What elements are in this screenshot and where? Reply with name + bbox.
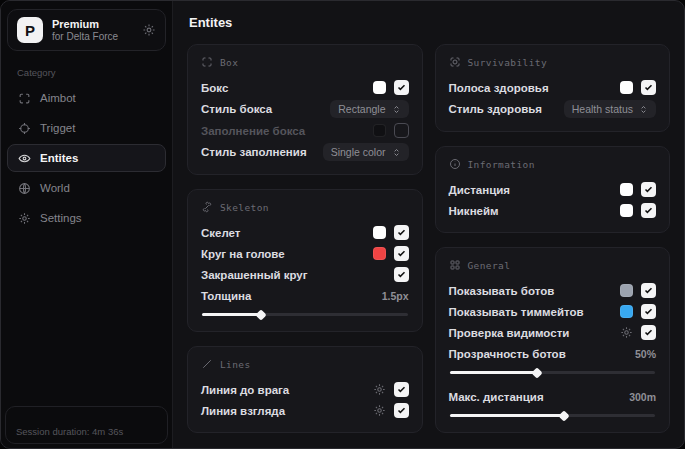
checkbox-checked[interactable] (394, 403, 409, 418)
setting-row-box-style: Стиль бокса Rectangle (201, 98, 409, 120)
setting-label: Стиль бокса (201, 103, 272, 115)
setting-label: Стиль заполнения (201, 146, 307, 158)
fill-style-select[interactable]: Single color (323, 143, 409, 161)
setting-label: Макс. дистанция (449, 391, 544, 403)
section-title: Skeleton (220, 202, 269, 213)
sidebar-item-entites[interactable]: Entites (7, 144, 166, 172)
setting-label: Никнейм (449, 205, 499, 217)
checkbox-checked[interactable] (394, 246, 409, 261)
checkbox-unchecked[interactable] (394, 123, 409, 138)
slider-thumb[interactable] (255, 309, 266, 320)
thickness-slider[interactable] (202, 313, 408, 316)
checkbox-checked[interactable] (394, 267, 409, 282)
crosshair-icon (18, 122, 31, 135)
sidebar-item-label: Settings (40, 212, 82, 224)
sidebar-item-label: Aimbot (40, 92, 76, 104)
max-distance-slider[interactable] (450, 414, 656, 417)
checkbox-checked[interactable] (641, 325, 656, 340)
select-value: Single color (331, 146, 386, 158)
color-swatch[interactable] (620, 305, 633, 318)
brand-logo: P (17, 17, 43, 43)
sidebar-item-settings[interactable]: Settings (7, 204, 166, 232)
setting-row-max-distance: Макс. дистанция 300m (449, 386, 657, 407)
slider-thumb[interactable] (558, 410, 569, 421)
setting-label: Дистанция (449, 184, 510, 196)
slider-thumb[interactable] (531, 367, 542, 378)
setting-label: Линия взгляда (201, 405, 285, 417)
grid-icon (449, 259, 461, 271)
info-icon (449, 158, 461, 170)
sidebar-item-label: Entites (40, 152, 78, 164)
setting-label: Толщина (201, 290, 251, 302)
checkbox-checked[interactable] (641, 304, 656, 319)
setting-row-show-bots: Показывать ботов (449, 280, 657, 301)
setting-label: Полоса здоровья (449, 82, 549, 94)
setting-label: Прозрачность ботов (449, 348, 566, 360)
section-title: Survivability (468, 57, 548, 68)
page-title: Entites (189, 15, 670, 30)
bots-opacity-slider[interactable] (450, 371, 656, 374)
gear-icon[interactable] (620, 326, 633, 339)
sidebar-item-aimbot[interactable]: Aimbot (7, 84, 166, 112)
gear-icon (18, 212, 31, 225)
main-panel: Entites Box Бокс (173, 1, 684, 448)
setting-row-box: Бокс (201, 77, 409, 98)
setting-label: Линия до врага (201, 384, 289, 396)
select-value: Health status (572, 103, 633, 115)
setting-label: Круг на голове (201, 248, 285, 260)
color-swatch[interactable] (620, 81, 633, 94)
health-style-select[interactable]: Health status (564, 100, 656, 118)
brand-text: Premium for Delta Force (52, 18, 118, 43)
setting-row-box-fill: Заполнение бокса (201, 120, 409, 141)
color-swatch[interactable] (620, 204, 633, 217)
checkbox-checked[interactable] (394, 80, 409, 95)
gear-icon[interactable] (373, 383, 386, 396)
session-duration: Session duration: 4m 36s (16, 426, 123, 437)
globe-icon (18, 182, 31, 195)
sidebar-item-trigget[interactable]: Trigget (7, 114, 166, 142)
sidebar-item-label: World (40, 182, 70, 194)
section-title: Lines (220, 359, 251, 370)
slider-value: 50% (635, 348, 656, 360)
setting-row-health-style: Стиль здоровья Health status (449, 98, 657, 120)
color-swatch[interactable] (373, 247, 386, 260)
select-value: Rectangle (338, 103, 385, 115)
box-style-select[interactable]: Rectangle (330, 100, 408, 118)
setting-row-skeleton: Скелет (201, 222, 409, 243)
color-swatch[interactable] (620, 183, 633, 196)
setting-row-thickness: Толщина 1.5px (201, 285, 409, 306)
setting-row-nickname: Никнейм (449, 200, 657, 221)
brand-subtitle: for Delta Force (52, 31, 118, 43)
information-card: Information Дистанция Никнейм (435, 146, 671, 233)
setting-row-enemy-line: Линия до врага (201, 379, 409, 400)
checkbox-checked[interactable] (641, 203, 656, 218)
category-label: Category (17, 67, 166, 78)
gear-icon[interactable] (373, 404, 386, 417)
setting-row-health-bar: Полоса здоровья (449, 77, 657, 98)
setting-label: Бокс (201, 82, 228, 94)
setting-label: Показывать ботов (449, 285, 555, 297)
setting-label: Стиль здоровья (449, 103, 543, 115)
skeleton-card: Skeleton Скелет Круг на голове (187, 189, 423, 332)
brand-title: Premium (52, 18, 118, 31)
gear-icon[interactable] (142, 23, 156, 37)
survivability-icon (449, 56, 461, 68)
checkbox-checked[interactable] (641, 182, 656, 197)
checkbox-checked[interactable] (641, 80, 656, 95)
setting-row-distance: Дистанция (449, 179, 657, 200)
checkbox-checked[interactable] (394, 225, 409, 240)
setting-label: Показывать тиммейтов (449, 306, 584, 318)
box-card: Box Бокс Стиль бокса (187, 44, 423, 175)
setting-row-bots-opacity: Прозрачность ботов 50% (449, 343, 657, 364)
checkbox-checked[interactable] (641, 283, 656, 298)
color-swatch[interactable] (373, 81, 386, 94)
color-swatch[interactable] (620, 284, 633, 297)
box-icon (201, 56, 213, 68)
color-swatch[interactable] (373, 226, 386, 239)
setting-row-head-circle: Круг на голове (201, 243, 409, 264)
checkbox-checked[interactable] (394, 382, 409, 397)
sidebar-item-world[interactable]: World (7, 174, 166, 202)
color-swatch[interactable] (373, 124, 386, 137)
setting-label: Скелет (201, 227, 241, 239)
setting-row-fill-style: Стиль заполнения Single color (201, 141, 409, 163)
